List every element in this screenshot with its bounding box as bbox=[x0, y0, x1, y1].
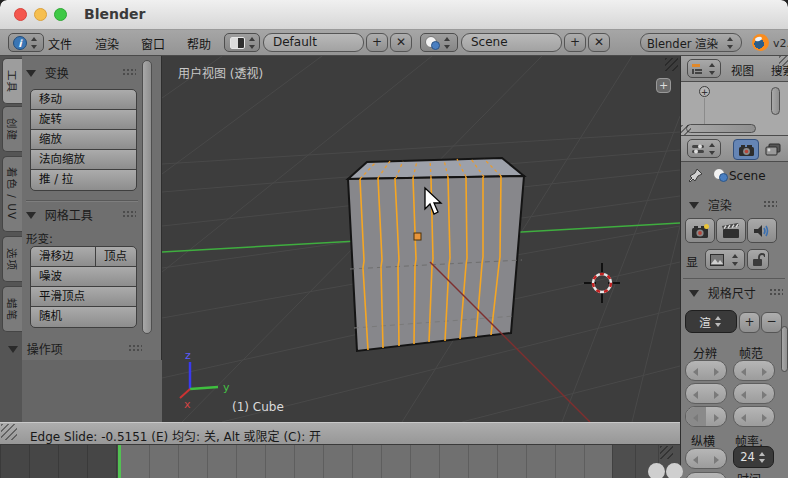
aspect-x-stepper[interactable] bbox=[685, 448, 727, 469]
vertex-slide-button[interactable]: 顶点 bbox=[95, 246, 137, 267]
remove-preset-button[interactable]: − bbox=[761, 312, 782, 333]
zoom-window-button[interactable] bbox=[54, 8, 67, 21]
pin-icon[interactable] bbox=[688, 168, 703, 183]
noise-button[interactable]: 噪波 bbox=[30, 266, 137, 287]
tab-render-layers-properties[interactable] bbox=[761, 139, 785, 160]
region-split-corner[interactable] bbox=[660, 446, 673, 459]
close-window-button[interactable] bbox=[14, 8, 27, 21]
timeline-scroll-handle[interactable] bbox=[666, 463, 683, 478]
outliner-hscrollbar[interactable] bbox=[686, 124, 756, 133]
blender-logo bbox=[752, 34, 769, 51]
randomize-button[interactable]: 随机 bbox=[30, 306, 137, 328]
cube-object[interactable] bbox=[348, 158, 524, 351]
panel-drag-dots[interactable] bbox=[122, 210, 136, 218]
frame-start-stepper[interactable] bbox=[733, 360, 775, 381]
resolution-percentage-slider[interactable] bbox=[685, 406, 727, 427]
panel-drag-dots[interactable] bbox=[128, 344, 142, 352]
menu-file[interactable]: 文件 bbox=[48, 35, 72, 52]
render-preset-dropdown[interactable]: 渲 bbox=[685, 310, 737, 333]
chevron-updown-icon bbox=[715, 316, 723, 327]
scene-browse-button[interactable] bbox=[420, 33, 458, 52]
resolution-x-stepper[interactable] bbox=[685, 360, 727, 381]
tab-shading-uv[interactable]: 着色 / UV bbox=[2, 156, 22, 232]
region-split-corner[interactable] bbox=[665, 58, 678, 71]
add-preset-button[interactable]: + bbox=[739, 312, 760, 333]
time-label: 时间 bbox=[737, 470, 761, 478]
rotate-button[interactable]: 旋转 bbox=[30, 109, 137, 130]
operator-panel-header[interactable]: 操作项 bbox=[8, 340, 63, 357]
screen-layout-browse-button[interactable] bbox=[224, 33, 260, 52]
outliner-vscrollbar[interactable] bbox=[771, 87, 780, 115]
frame-step-stepper[interactable] bbox=[733, 406, 775, 427]
outliner-view-menu[interactable]: 视图 bbox=[731, 62, 754, 78]
shrink-fatten-button[interactable]: 法向缩放 bbox=[30, 149, 137, 170]
properties-header bbox=[681, 136, 788, 162]
panel-drag-dots[interactable] bbox=[769, 288, 783, 296]
scene-icon bbox=[425, 36, 440, 49]
tool-shelf-scrollbar[interactable] bbox=[142, 60, 152, 334]
menu-render[interactable]: 渲染 bbox=[95, 35, 119, 52]
speaker-icon bbox=[753, 223, 771, 239]
expand-icon[interactable]: + bbox=[699, 86, 710, 97]
render-panel-header[interactable]: 渲染 bbox=[689, 196, 732, 213]
scene-name-field[interactable]: Scene bbox=[461, 33, 562, 52]
frame-end-stepper[interactable] bbox=[733, 383, 775, 404]
edge-slide-button[interactable]: 滑移边 bbox=[30, 246, 96, 267]
add-scene-button[interactable]: + bbox=[564, 33, 586, 52]
delete-layout-button[interactable]: ✕ bbox=[390, 33, 412, 52]
tree-line bbox=[704, 98, 705, 124]
display-mode-dropdown[interactable] bbox=[705, 249, 745, 270]
aspect-y-stepper[interactable] bbox=[685, 472, 727, 478]
operator-status-bar: Edge Slide: -0.5151 (E) 均匀: 关, Alt 或限定 (… bbox=[0, 422, 680, 445]
region-split-corner[interactable] bbox=[779, 56, 788, 66]
timeline-editor[interactable] bbox=[0, 445, 680, 478]
dimensions-panel-header[interactable]: 规格尺寸 bbox=[689, 284, 756, 301]
minimize-window-button[interactable] bbox=[34, 8, 47, 21]
reopen-properties-region-button[interactable]: + bbox=[656, 78, 671, 93]
menu-window[interactable]: 窗口 bbox=[141, 35, 165, 52]
timeline-scroll-handle[interactable] bbox=[648, 463, 665, 478]
chevron-updown-icon bbox=[759, 452, 767, 463]
push-pull-button[interactable]: 推 / 拉 bbox=[30, 169, 137, 191]
tab-create[interactable]: 创建 bbox=[2, 106, 22, 152]
region-split-corner[interactable] bbox=[681, 125, 691, 135]
region-split-corner[interactable] bbox=[1, 424, 17, 440]
add-layout-button[interactable]: + bbox=[366, 33, 388, 52]
render-still-button[interactable] bbox=[685, 218, 715, 243]
render-animation-button[interactable] bbox=[716, 218, 746, 243]
axis-z-label: z bbox=[185, 349, 191, 362]
editor-type-button-info[interactable]: i bbox=[8, 33, 44, 52]
fps-dropdown[interactable]: 24 bbox=[733, 446, 774, 468]
smooth-vertex-button[interactable]: 平滑顶点 bbox=[30, 286, 137, 307]
editor-type-button-outliner[interactable] bbox=[687, 59, 721, 78]
scene-icon bbox=[713, 168, 728, 181]
current-frame-marker[interactable] bbox=[118, 445, 121, 478]
tab-render-properties[interactable] bbox=[733, 139, 759, 160]
lock-interface-button[interactable] bbox=[747, 249, 769, 270]
tab-grease-pencil[interactable]: 蜡笔 bbox=[2, 286, 22, 332]
axis-mini-gizmo: z y x bbox=[180, 349, 230, 411]
context-breadcrumb[interactable]: Scene bbox=[729, 169, 766, 183]
translate-button[interactable]: 移动 bbox=[30, 89, 137, 110]
delete-scene-button[interactable]: ✕ bbox=[588, 33, 610, 52]
menu-help[interactable]: 帮助 bbox=[187, 35, 211, 52]
mesh-tools-panel-header[interactable]: 网格工具 bbox=[26, 206, 93, 223]
render-engine-dropdown[interactable]: Blender 渲染 bbox=[640, 33, 742, 52]
aspect-label: 纵横 bbox=[691, 432, 715, 449]
panel-drag-dots[interactable] bbox=[122, 68, 136, 76]
outliner-tree[interactable]: + bbox=[681, 82, 788, 136]
tab-options[interactable]: 选项 bbox=[2, 236, 22, 282]
properties-scrollbar[interactable] bbox=[781, 326, 788, 372]
transform-panel-header[interactable]: 变换 bbox=[26, 64, 69, 81]
info-header-bar: i 文件 渲染 窗口 帮助 Default + ✕ Scene + ✕ Blen… bbox=[0, 30, 788, 56]
screen-layout-name-field[interactable]: Default bbox=[263, 33, 364, 52]
scale-button[interactable]: 缩放 bbox=[30, 129, 137, 150]
3d-viewport[interactable]: z y x 用户视图 (透视) (1) Cube + bbox=[162, 56, 680, 422]
panel-drag-dots[interactable] bbox=[763, 200, 777, 208]
tab-tools[interactable]: 工具 bbox=[2, 58, 22, 104]
editor-type-button-properties[interactable] bbox=[687, 139, 721, 158]
clapperboard-icon bbox=[722, 223, 741, 239]
resolution-y-stepper[interactable] bbox=[685, 383, 727, 404]
render-camera-icon bbox=[738, 143, 755, 157]
render-audio-button[interactable] bbox=[747, 218, 777, 243]
